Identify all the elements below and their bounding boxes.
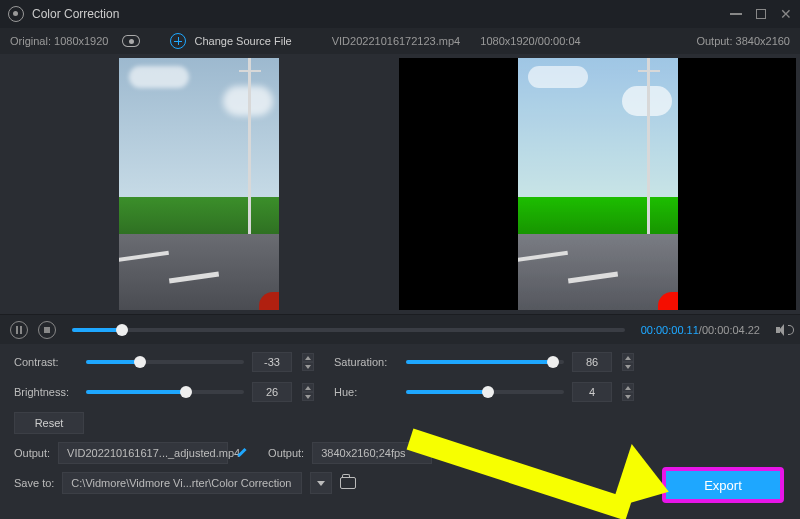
playback-time: 00:00:00.11/00:00:04.22 (641, 324, 760, 336)
preview-original (0, 54, 397, 314)
scrub-fill (72, 328, 122, 332)
output-filename-label: Output: (14, 447, 50, 459)
adjustment-sliders: Contrast: -33 Saturation: 86 Brightness:… (0, 344, 800, 406)
hue-label: Hue: (334, 386, 398, 398)
video-frame-adjusted (518, 58, 678, 310)
saturation-step-down[interactable] (622, 362, 634, 371)
contrast-slider[interactable] (86, 360, 244, 364)
stop-button[interactable] (38, 321, 56, 339)
hue-step-down[interactable] (622, 392, 634, 401)
hue-step-up[interactable] (622, 383, 634, 392)
brightness-slider[interactable] (86, 390, 244, 394)
output-resolution: 3840x2160 (736, 35, 790, 47)
original-resolution: 1080x1920 (54, 35, 108, 47)
export-button[interactable]: Export (662, 467, 784, 503)
scrub-knob[interactable] (116, 324, 128, 336)
file-info: VID20221016172123.mp4 1080x1920/00:00:04 (332, 35, 581, 47)
output-format-field[interactable]: 3840x2160;24fps (312, 442, 432, 464)
hue-value[interactable]: 4 (572, 382, 612, 402)
saturation-label: Saturation: (334, 356, 398, 368)
contrast-stepper (302, 353, 314, 371)
contrast-label: Contrast: (14, 356, 78, 368)
output-info: Output: 3840x2160 (696, 35, 790, 47)
window-title: Color Correction (32, 7, 119, 21)
save-to-label: Save to: (14, 477, 54, 489)
source-res-duration: 1080x1920/00:00:04 (480, 35, 580, 47)
contrast-value[interactable]: -33 (252, 352, 292, 372)
contrast-step-down[interactable] (302, 362, 314, 371)
source-filename: VID20221016172123.mp4 (332, 35, 460, 47)
brightness-step-down[interactable] (302, 392, 314, 401)
pause-button[interactable] (10, 321, 28, 339)
time-total: 00:00:04.22 (702, 324, 760, 336)
save-path-field[interactable]: C:\Vidmore\Vidmore Vi...rter\Color Corre… (62, 472, 302, 494)
output-row-1: Output: VID202210161617..._adjusted.mp4 … (14, 442, 786, 464)
video-frame-original (119, 58, 279, 310)
preview-adjusted (399, 58, 796, 310)
title-bar: Color Correction ✕ (0, 0, 800, 28)
maximize-button[interactable] (756, 9, 766, 19)
original-label: Original: 1080x1920 (10, 35, 108, 47)
original-label-text: Original: (10, 35, 51, 47)
contrast-row: Contrast: -33 (14, 352, 314, 372)
window-controls: ✕ (730, 7, 792, 21)
brightness-label: Brightness: (14, 386, 78, 398)
brightness-step-up[interactable] (302, 383, 314, 392)
output-filename-field[interactable]: VID202210161617..._adjusted.mp4 (58, 442, 228, 464)
preview-toggle-icon[interactable] (122, 35, 140, 47)
brightness-row: Brightness: 26 (14, 382, 314, 402)
settings-icon[interactable] (440, 445, 456, 461)
hue-row: Hue: 4 (334, 382, 634, 402)
contrast-step-up[interactable] (302, 353, 314, 362)
brightness-value[interactable]: 26 (252, 382, 292, 402)
volume-icon[interactable] (776, 324, 790, 336)
saturation-row: Saturation: 86 (334, 352, 634, 372)
preview-area (0, 54, 800, 314)
minimize-button[interactable] (730, 13, 742, 15)
info-bar: Original: 1080x1920 Change Source File V… (0, 28, 800, 54)
output-format-label: Output: (268, 447, 304, 459)
time-current: 00:00:00.11 (641, 324, 699, 336)
saturation-slider[interactable] (406, 360, 564, 364)
saturation-value[interactable]: 86 (572, 352, 612, 372)
save-path-dropdown[interactable] (310, 472, 332, 494)
close-button[interactable]: ✕ (780, 7, 792, 21)
saturation-step-up[interactable] (622, 353, 634, 362)
hue-slider[interactable] (406, 390, 564, 394)
playback-bar: 00:00:00.11/00:00:04.22 (0, 314, 800, 344)
edit-filename-icon[interactable] (236, 446, 250, 460)
brightness-stepper (302, 383, 314, 401)
output-label-text: Output: (696, 35, 732, 47)
hue-stepper (622, 383, 634, 401)
change-source-button[interactable]: Change Source File (194, 35, 291, 47)
reset-button[interactable]: Reset (14, 412, 84, 434)
app-icon (8, 6, 24, 22)
open-folder-icon[interactable] (340, 477, 356, 489)
scrub-slider[interactable] (72, 328, 625, 332)
plus-icon[interactable] (170, 33, 186, 49)
saturation-stepper (622, 353, 634, 371)
